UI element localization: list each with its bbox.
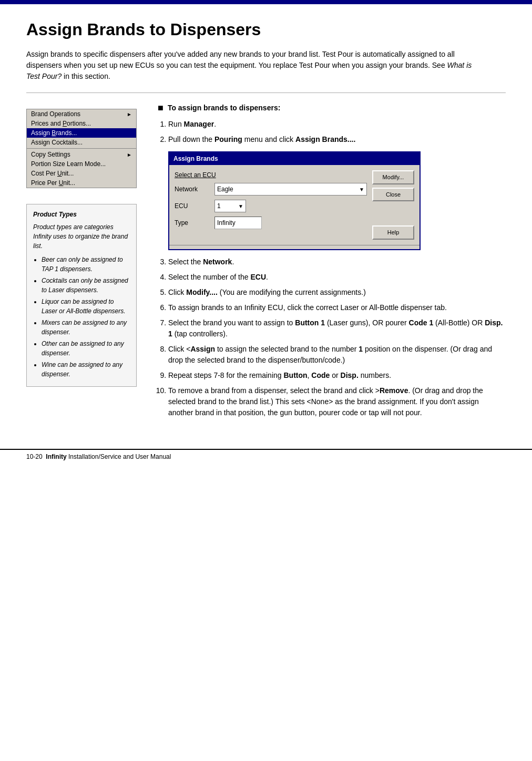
- product-types-description: Product types are categories Infinity us…: [33, 222, 130, 251]
- instruction-title: To assign brands to dispensers:: [168, 104, 280, 112]
- step-5-bold: Modify....: [186, 288, 218, 296]
- dialog-field-ecu: ECU 1 ▼: [175, 200, 367, 212]
- step-3-bold: Network: [203, 258, 232, 266]
- menu-item-copy-settings[interactable]: Copy Settings ►: [27, 150, 136, 159]
- instruction-header: ■ To assign brands to dispensers:: [158, 104, 506, 114]
- ecu-input[interactable]: 1 ▼: [214, 200, 246, 212]
- step-3: Select the Network.: [168, 256, 506, 268]
- close-button[interactable]: Close: [372, 188, 414, 202]
- submenu-arrow-copy-settings: ►: [127, 152, 132, 158]
- dialog-group-label: Select an ECU: [175, 170, 367, 180]
- step-9: Repeat steps 7-8 for the remaining Butto…: [168, 370, 506, 381]
- menu-item-assign-brands[interactable]: Assign Brands...: [27, 128, 136, 138]
- step-2-bold2: Assign Brands....: [295, 135, 355, 143]
- list-item: Other can be assigned to any dispenser.: [42, 339, 130, 358]
- menu-item-price-per-unit[interactable]: Price Per Unit...: [27, 178, 136, 188]
- right-column: ■ To assign brands to dispensers: Run Ma…: [158, 104, 506, 423]
- dialog-buttons-panel: Modify... Close Help: [372, 170, 414, 240]
- list-item: Wine can be assigned to any dispenser.: [42, 360, 130, 379]
- menu-item-cost-per-unit[interactable]: Cost Per Unit...: [27, 169, 136, 178]
- step-7-bold1: Button 1: [295, 318, 325, 327]
- assign-brands-dialog: Assign Brands Select an ECU Network Eagl…: [168, 151, 421, 250]
- step-1: Run Manager.: [168, 119, 506, 130]
- menu-screenshot: Brand Operations ► Prices and Portions..…: [26, 109, 137, 188]
- dialog-left-panel: Select an ECU Network Eagle ▼ ECU: [175, 170, 367, 240]
- step-10: To remove a brand from a dispenser, sele…: [168, 385, 506, 418]
- step-4-bold: ECU: [250, 273, 266, 281]
- product-types-box: Product Types Product types are categori…: [26, 204, 137, 387]
- step-9-bold2: Code: [311, 371, 330, 379]
- ecu-label: ECU: [175, 201, 211, 211]
- close-button-label: Close: [386, 191, 401, 198]
- menu-item-prices-portions[interactable]: Prices and Portions...: [27, 119, 136, 128]
- step-4: Select the number of the ECU.: [168, 272, 506, 283]
- step-2: Pull down the Pouring menu and click Ass…: [168, 134, 506, 250]
- list-item: Beer can only be assigned to TAP 1 dispe…: [42, 255, 130, 274]
- step-5: Click Modify.... (You are modifying the …: [168, 287, 506, 298]
- step-7: Select the brand you want to assign to B…: [168, 317, 506, 340]
- left-column: Brand Operations ► Prices and Portions..…: [26, 104, 142, 423]
- modify-button-label: Modify...: [383, 174, 404, 180]
- step-7-bold2: Code 1: [409, 318, 434, 327]
- footer-page-num: 10-20 Infinity Installation/Service and …: [26, 453, 171, 460]
- product-types-list: Beer can only be assigned to TAP 1 dispe…: [42, 255, 130, 379]
- modify-button[interactable]: Modify...: [372, 170, 414, 184]
- step-8: Click <Assign to assign the selected bra…: [168, 344, 506, 366]
- step-7-bold3: Disp. 1: [168, 318, 503, 338]
- list-item: Mixers can be assigned to any dispenser.: [42, 318, 130, 337]
- network-input[interactable]: Eagle ▼: [214, 183, 367, 196]
- top-bar: [0, 0, 532, 4]
- bullet-icon: ■: [158, 102, 163, 114]
- menu-item-assign-cocktails[interactable]: Assign Cocktails...: [27, 138, 136, 147]
- type-label: Type: [175, 218, 211, 228]
- list-item: Liquor can be assigned to Laser or All-B…: [42, 297, 130, 316]
- step-6: To assign brands to an Infinity ECU, cli…: [168, 302, 506, 313]
- type-input: Infinity: [214, 217, 262, 229]
- menu-item-portion-size[interactable]: Portion Size Learn Mode...: [27, 159, 136, 169]
- menu-separator: [27, 148, 136, 149]
- section-divider: [26, 92, 506, 93]
- menu-item-brand-operations[interactable]: Brand Operations ►: [27, 109, 136, 119]
- step-10-bold: Remove: [380, 386, 408, 395]
- dialog-title: Assign Brands: [173, 155, 218, 162]
- product-types-title: Product Types: [33, 210, 130, 219]
- ecu-dropdown-arrow[interactable]: ▼: [238, 202, 243, 210]
- dialog-field-type: Type Infinity: [175, 217, 367, 229]
- help-button-label: Help: [387, 229, 400, 235]
- step-2-bold1: Pouring: [214, 135, 242, 143]
- dialog-field-network: Network Eagle ▼: [175, 183, 367, 196]
- submenu-arrow-brand-operations: ►: [127, 111, 132, 117]
- dialog-title-bar: Assign Brands: [169, 152, 420, 165]
- step-8-bold2: 1: [359, 345, 363, 353]
- step-9-bold1: Button: [283, 371, 307, 379]
- steps-list: Run Manager. Pull down the Pouring menu …: [168, 119, 506, 418]
- help-button[interactable]: Help: [372, 225, 414, 240]
- intro-paragraph: Assign brands to specific dispensers aft…: [26, 49, 478, 82]
- page-title: Assign Brands to Dispensers: [26, 20, 506, 39]
- list-item: Cocktails can only be assigned to Laser …: [42, 276, 130, 295]
- step-1-bold: Manager: [184, 120, 214, 128]
- dialog-footer: [169, 245, 420, 249]
- page-footer: 10-20 Infinity Installation/Service and …: [0, 449, 532, 464]
- network-label: Network: [175, 184, 211, 194]
- step-9-bold3: Disp.: [341, 371, 359, 379]
- step-8-bold: Assign: [190, 345, 215, 353]
- network-dropdown-arrow[interactable]: ▼: [359, 186, 364, 193]
